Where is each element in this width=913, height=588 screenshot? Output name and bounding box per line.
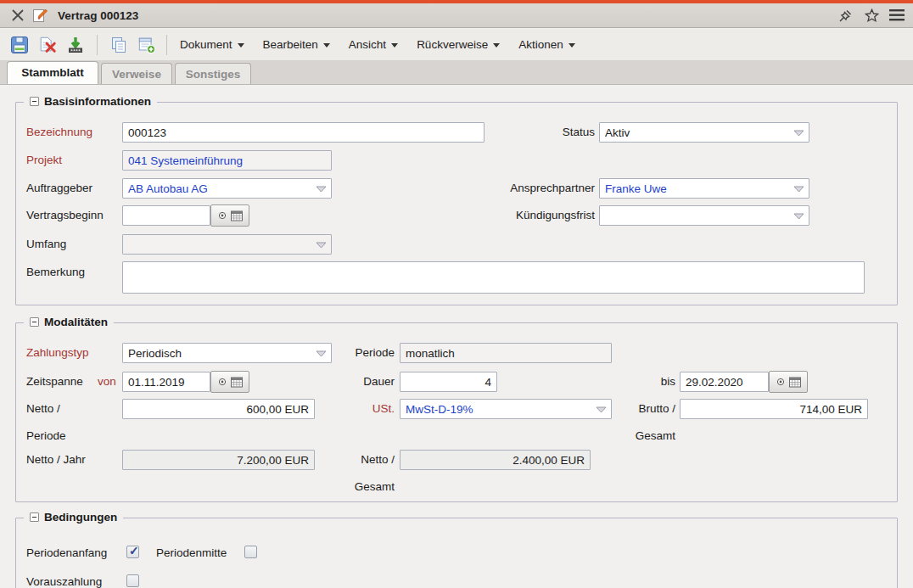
calendar-icon: [231, 210, 243, 221]
vertragsbeginn-label: Vertragsbeginn: [26, 209, 104, 221]
bis-date-field[interactable]: [680, 372, 769, 392]
netto-gesamt-field: [400, 450, 591, 470]
toolbar-separator: [166, 35, 167, 55]
tab-strip: Stammblatt Verweise Sonstiges: [0, 60, 913, 85]
menu-dokument[interactable]: Dokument: [180, 38, 244, 51]
chevron-down-icon: [569, 43, 575, 48]
vorauszahlung-label: Vorauszahlung: [26, 575, 102, 588]
dauer-field[interactable]: [400, 372, 497, 392]
star-icon[interactable]: [862, 6, 881, 25]
calendar-icon: [789, 377, 801, 388]
auftraggeber-dropdown[interactable]: [122, 178, 332, 199]
menu-aktionen[interactable]: Aktionen: [518, 38, 575, 51]
bemerkung-textarea[interactable]: [122, 261, 865, 294]
dauer-label: Dauer: [339, 375, 395, 388]
von-label: von: [98, 375, 116, 388]
vorauszahlung-checkbox[interactable]: [126, 574, 139, 587]
page-title: Vertrag 000123: [58, 9, 138, 22]
ust-label: USt.: [339, 402, 395, 415]
save-icon[interactable]: [10, 36, 29, 54]
brutto-label-line2: Gesamt: [625, 429, 675, 442]
delete-document-icon[interactable]: [38, 36, 57, 54]
tab-verweise[interactable]: Verweise: [101, 63, 172, 84]
netto-periode-field[interactable]: [122, 399, 315, 419]
ansprechpartner-dropdown[interactable]: [599, 178, 809, 199]
menu-bearbeiten[interactable]: Bearbeiten: [263, 38, 330, 51]
periodenmitte-checkbox[interactable]: [244, 546, 257, 558]
calendar-icon: [231, 377, 243, 388]
periode-field[interactable]: [400, 343, 612, 363]
section-legend: Basisinformationen: [44, 95, 151, 108]
netto-gesamt-label-line2: Gesamt: [339, 480, 395, 493]
edit-document-icon: [31, 6, 49, 25]
toolbar: Dokument Bearbeiten Ansicht Rückverweise…: [0, 29, 913, 60]
vertragsbeginn-field[interactable]: [122, 205, 210, 226]
close-icon[interactable]: [8, 6, 27, 25]
today-icon: [218, 378, 227, 386]
section-bedingungen: Bedingungen Periodenanfang Periodenmitte…: [15, 518, 898, 588]
brutto-gesamt-field[interactable]: [680, 399, 868, 419]
today-icon: [218, 211, 227, 220]
section-modalitaeten: Modalitäten Zahlungstyp Periode Zeitspan…: [15, 322, 898, 502]
kuendigungsfrist-label: Kündigungsfrist: [440, 209, 595, 221]
periodenmitte-label: Periodenmitte: [156, 546, 227, 559]
chevron-down-icon: [323, 43, 330, 48]
projekt-label: Projekt: [26, 154, 62, 166]
toolbar-separator: [97, 35, 98, 55]
pin-icon[interactable]: [837, 6, 855, 25]
ust-dropdown[interactable]: [400, 399, 612, 419]
section-basisinformationen: Basisinformationen Bezeichnung Status Pr…: [15, 102, 898, 305]
tab-sonstiges[interactable]: Sonstiges: [175, 63, 251, 84]
netto-jahr-field: [122, 450, 315, 470]
bis-datepicker-button[interactable]: [769, 371, 808, 393]
von-date-field[interactable]: [122, 372, 210, 392]
chevron-down-icon: [391, 43, 398, 48]
today-icon: [776, 378, 785, 386]
bis-label: bis: [633, 375, 675, 388]
netto-jahr-label: Netto / Jahr: [26, 453, 86, 466]
menu-ansicht[interactable]: Ansicht: [349, 38, 398, 51]
collapse-toggle-icon[interactable]: [30, 512, 39, 522]
collapse-toggle-icon[interactable]: [30, 317, 39, 327]
tab-stammblatt[interactable]: Stammblatt: [7, 61, 98, 84]
hamburger-menu-icon[interactable]: [888, 6, 906, 25]
chevron-down-icon: [238, 43, 244, 48]
menu-rueckverweise[interactable]: Rückverweise: [417, 38, 500, 51]
new-document-icon[interactable]: [137, 36, 156, 54]
umfang-dropdown[interactable]: [122, 234, 332, 255]
zeitspanne-label: Zeitspanne: [26, 375, 83, 388]
umfang-label: Umfang: [26, 238, 66, 250]
section-legend: Modalitäten: [44, 316, 108, 328]
periodenanfang-checkbox[interactable]: [126, 546, 139, 558]
netto-periode-label-line2: Periode: [26, 429, 66, 442]
copy-icon[interactable]: [109, 36, 128, 54]
projekt-field[interactable]: [122, 150, 332, 171]
periode-label: Periode: [339, 346, 395, 359]
window-titlebar: Vertrag 000123: [0, 3, 913, 28]
netto-periode-label-line1: Netto /: [26, 402, 60, 415]
bezeichnung-field[interactable]: [122, 122, 485, 143]
zahlungstyp-dropdown[interactable]: [122, 343, 332, 363]
auftraggeber-label: Auftraggeber: [26, 182, 92, 194]
zahlungstyp-label: Zahlungstyp: [26, 346, 89, 359]
bezeichnung-label: Bezeichnung: [26, 126, 92, 138]
brutto-label-line1: Brutto /: [625, 402, 675, 415]
status-label: Status: [491, 126, 595, 138]
bemerkung-label: Bemerkung: [26, 266, 85, 278]
export-download-icon[interactable]: [66, 36, 85, 54]
section-legend: Bedingungen: [44, 511, 117, 524]
status-dropdown[interactable]: [599, 122, 809, 143]
vertragsbeginn-datepicker-button[interactable]: [210, 204, 249, 227]
periodenanfang-label: Periodenanfang: [26, 546, 107, 559]
collapse-toggle-icon[interactable]: [30, 97, 39, 106]
chevron-down-icon: [493, 43, 500, 48]
netto-gesamt-label-line1: Netto /: [339, 453, 395, 466]
kuendigungsfrist-dropdown[interactable]: [599, 205, 809, 226]
ansprechpartner-label: Ansprechpartner: [440, 182, 595, 194]
von-datepicker-button[interactable]: [210, 371, 249, 393]
form-content: Basisinformationen Bezeichnung Status Pr…: [0, 85, 913, 588]
